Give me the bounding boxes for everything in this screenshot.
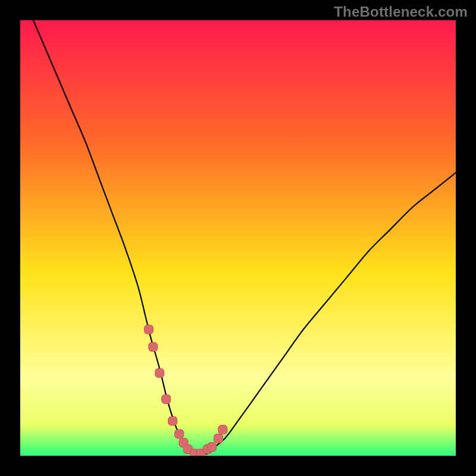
plot-area xyxy=(20,20,456,456)
marker-point xyxy=(162,394,171,403)
watermark-text: TheBottleneck.com xyxy=(334,4,468,20)
plot-svg xyxy=(20,20,456,456)
marker-point xyxy=(208,443,217,452)
marker-point xyxy=(214,434,223,443)
gradient-background xyxy=(20,20,456,456)
marker-point xyxy=(149,343,158,352)
marker-point xyxy=(218,425,227,434)
marker-point xyxy=(155,368,164,377)
marker-point xyxy=(175,430,184,439)
marker-point xyxy=(144,325,153,334)
marker-point xyxy=(168,416,177,425)
chart-frame: TheBottleneck.com xyxy=(0,0,476,476)
